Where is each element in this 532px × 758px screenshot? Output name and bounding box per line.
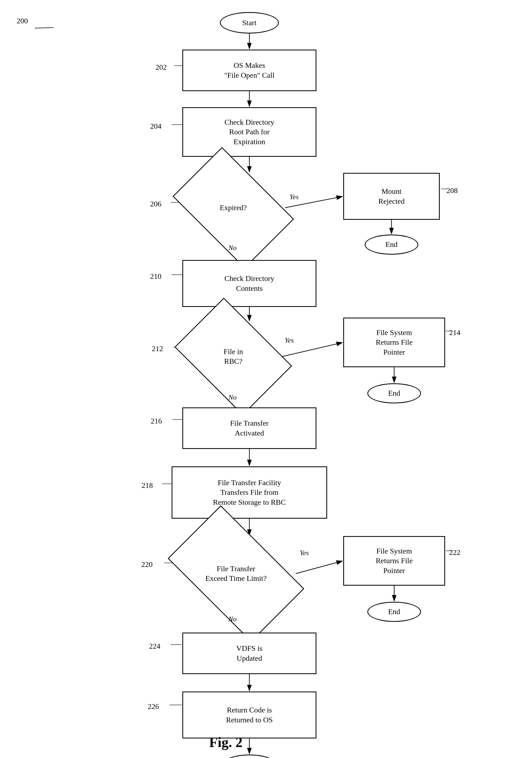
node-206: Expired?	[182, 173, 284, 243]
diagram-container: 200 Start 202 OS Makes"File Open" Call 2…	[0, 0, 532, 758]
svg-line-18	[35, 23, 53, 28]
node-220: File TransferExceed Time Limit?	[177, 536, 295, 611]
node-210: Check DirectoryContents	[182, 260, 316, 307]
no-label-206: No	[229, 244, 236, 252]
end4-node: End	[223, 754, 276, 758]
node-202: OS Makes"File Open" Call	[182, 50, 316, 91]
end1-label: End	[385, 240, 397, 249]
ref-216: 216	[151, 417, 162, 425]
yes-label-220: Yes	[300, 549, 309, 557]
node-206-label: Expired?	[182, 173, 284, 243]
node-226-label: Return Code isReturned to OS	[226, 705, 273, 725]
ref-222: 222	[449, 548, 460, 557]
node-212-label: File inRBC?	[185, 322, 282, 391]
node-224-label: VDFS isUpdated	[236, 643, 262, 663]
figure-label: Fig. 2	[209, 735, 242, 750]
start-label: Start	[242, 18, 257, 28]
ref-202: 202	[156, 63, 167, 72]
svg-line-13	[296, 561, 342, 573]
ref-208: 208	[446, 186, 458, 195]
no-label-212: No	[229, 394, 236, 401]
start-node: Start	[220, 12, 279, 33]
yes-label-206: Yes	[290, 193, 299, 201]
node-214-label: File SystemReturns FilePointer	[376, 328, 413, 357]
node-212: File inRBC?	[185, 322, 282, 391]
node-204: Check DirectoryRoot Path forExpiration	[182, 107, 316, 157]
end2-node: End	[367, 383, 421, 403]
node-202-label: OS Makes"File Open" Call	[224, 60, 274, 80]
svg-line-8	[282, 343, 342, 357]
node-216: File TransferActivated	[182, 407, 316, 449]
node-208-label: MountRejected	[378, 187, 405, 206]
ref-214: 214	[449, 328, 460, 337]
node-208: MountRejected	[343, 173, 440, 220]
node-214: File SystemReturns FilePointer	[343, 318, 445, 367]
ref-206: 206	[150, 200, 161, 208]
node-222: File SystemReturns FilePointer	[343, 536, 445, 586]
ref-220: 220	[141, 560, 153, 569]
ref-226: 226	[148, 702, 159, 711]
end3-node: End	[367, 602, 421, 622]
node-218: File Transfer FacilityTransfers File fro…	[172, 466, 327, 519]
node-224: VDFS isUpdated	[182, 633, 316, 674]
end3-label: End	[388, 607, 400, 616]
node-204-label: Check DirectoryRoot Path forExpiration	[225, 118, 274, 147]
ref-204: 204	[150, 122, 161, 130]
node-210-label: Check DirectoryContents	[225, 274, 274, 293]
end2-label: End	[388, 388, 400, 398]
yes-label-212: Yes	[285, 336, 294, 344]
node-218-label: File Transfer FacilityTransfers File fro…	[213, 478, 286, 507]
node-222-label: File SystemReturns FilePointer	[376, 546, 413, 575]
ref-210: 210	[150, 272, 161, 281]
no-label-220: No	[229, 615, 236, 623]
node-226: Return Code isReturned to OS	[182, 692, 316, 739]
ref-218: 218	[142, 481, 153, 490]
ref-212: 212	[152, 344, 163, 353]
ref-200: 200	[17, 17, 28, 25]
ref-224: 224	[149, 642, 160, 650]
node-220-label: File TransferExceed Time Limit?	[177, 536, 295, 611]
node-216-label: File TransferActivated	[230, 418, 269, 438]
end1-node: End	[365, 234, 418, 255]
